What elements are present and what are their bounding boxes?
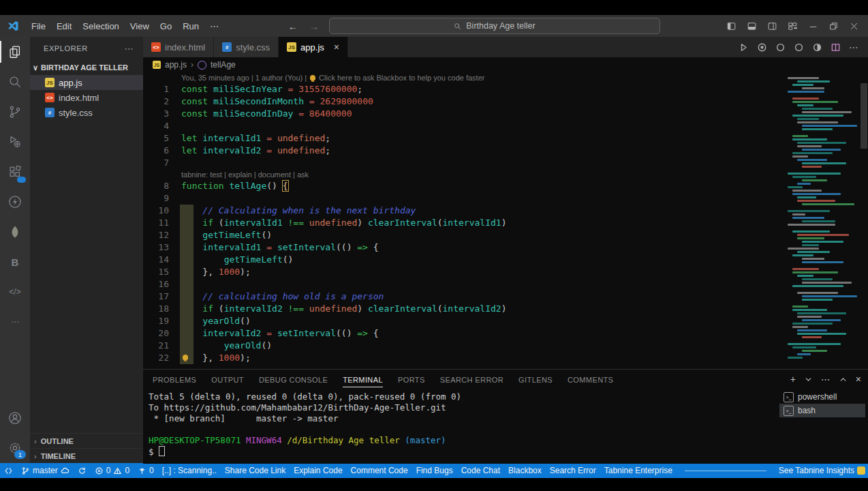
activity-tabnine[interactable] (0, 187, 30, 217)
code-text[interactable]: intervalId1 = setInterval(() => { (169, 241, 379, 254)
toggle-secondary-sidebar-icon[interactable] (763, 17, 781, 35)
record-icon[interactable] (812, 42, 822, 53)
restore-button[interactable] (824, 17, 842, 35)
maximize-panel-icon[interactable] (839, 375, 848, 384)
activity-account[interactable] (0, 403, 30, 433)
close-button[interactable] (845, 17, 863, 35)
code-text[interactable]: function tellAge() { (169, 180, 288, 192)
panel-tab-ports[interactable]: PORTS (398, 372, 425, 387)
search-error-status[interactable]: Search Error (546, 463, 600, 478)
toggle-sidebar-icon[interactable] (722, 17, 740, 35)
menu-view[interactable]: View (125, 19, 155, 33)
tab-app-js[interactable]: JSapp.js× (279, 37, 348, 57)
code-text[interactable]: intervalId2 = setInterval(() => { (169, 327, 379, 340)
section-timeline[interactable]: ›TIMELINE (30, 448, 143, 463)
run-code-button[interactable] (739, 42, 749, 53)
code-text[interactable]: getTimeLeft() (169, 229, 272, 241)
menu-go[interactable]: Go (155, 19, 177, 33)
code-text[interactable] (169, 192, 181, 205)
code-text[interactable]: const miliSecondInMonth = 2629800000 (169, 95, 373, 108)
find-bugs[interactable]: Find Bugs (412, 463, 457, 478)
menu-edit[interactable]: Edit (51, 19, 77, 33)
share-code-link[interactable]: Share Code Link (221, 463, 290, 478)
problems[interactable]: 00 (91, 463, 134, 478)
sidebar-more-icon[interactable]: ⋯ (124, 44, 134, 54)
circle-icon-2[interactable] (794, 42, 804, 53)
breadcrumb-file[interactable]: app.js (165, 60, 187, 70)
activity-extensions[interactable] (0, 157, 30, 187)
panel-tab-comments[interactable]: COMMENTS (568, 372, 613, 387)
tabnine-codelens[interactable]: tabnine: test | explain | document | ask (143, 169, 868, 180)
activity-more-views[interactable]: ⋯ (0, 307, 30, 337)
activity-settings[interactable]: 1 (0, 433, 30, 463)
circle-icon-1[interactable] (775, 42, 786, 53)
command-center-search[interactable]: Birthday Age teller (329, 18, 660, 34)
file-app-js[interactable]: JSapp.js (30, 75, 143, 90)
code-text[interactable] (169, 157, 181, 169)
close-panel-button[interactable]: × (856, 374, 861, 385)
code-text[interactable]: yearOld() (169, 315, 251, 327)
shell-powershell[interactable]: >_powershell (779, 390, 865, 404)
shell-bash[interactable]: >_bash (779, 404, 865, 417)
activity-blackbox[interactable]: B (0, 247, 30, 277)
close-tab-icon[interactable]: × (334, 42, 339, 53)
menu-more[interactable]: ⋯ (204, 19, 224, 33)
breadcrumb-symbol[interactable]: tellAge (211, 60, 236, 70)
activity-run-debug[interactable] (0, 127, 30, 157)
code-chat[interactable]: Code Chat (457, 463, 504, 478)
code-text[interactable]: if (intervalId2 !== undefined) clearInte… (169, 303, 506, 315)
code-text[interactable]: const miliSecInYear = 31557600000; (169, 83, 362, 95)
panel-tab-debug-console[interactable]: DEBUG CONSOLE (259, 372, 328, 387)
code-editor[interactable]: You, 35 minutes ago | 1 author (You) |Cl… (143, 72, 868, 369)
scanning-status[interactable]: [..] : Scanning.. (158, 463, 221, 478)
activity-explorer[interactable] (0, 37, 30, 67)
panel-tab-problems[interactable]: PROBLEMS (153, 372, 196, 387)
panel-tab-search-error[interactable]: SEARCH ERROR (440, 372, 503, 387)
explain-code[interactable]: Explain Code (290, 463, 346, 478)
comment-code[interactable]: Comment Code (347, 463, 412, 478)
tower-counter[interactable]: 0 (134, 463, 158, 478)
customize-layout-icon[interactable] (784, 17, 801, 35)
section-outline[interactable]: ›OUTLINE (30, 433, 143, 448)
activity-code-tags[interactable]: </> (0, 277, 30, 307)
activity-leaf-extension[interactable] (0, 217, 30, 247)
menu-file[interactable]: File (26, 19, 51, 33)
new-terminal-button[interactable]: + (790, 374, 796, 385)
panel-tab-gitlens[interactable]: GITLENS (518, 372, 553, 387)
terminal-prompt[interactable]: $ (149, 446, 773, 457)
code-text[interactable]: let intervalId1 = undefined; (169, 132, 330, 145)
terminal-picker-chevron-icon[interactable] (804, 375, 813, 384)
code-text[interactable]: const miliSecondInDay = 86400000 (169, 108, 352, 120)
activity-source-control[interactable] (0, 97, 30, 127)
code-text[interactable]: yearOld() (169, 340, 272, 352)
file-index-html[interactable]: <>index.html (30, 90, 143, 105)
split-editor-button[interactable] (831, 42, 841, 53)
code-text[interactable]: // calculating how old is a person (169, 291, 384, 303)
forward-arrow-icon[interactable]: → (308, 20, 321, 32)
remote-indicator[interactable] (0, 463, 17, 478)
code-text[interactable]: }, 1000); (169, 266, 251, 278)
code-text[interactable]: if (intervalId1 !== undefined) clearInte… (169, 217, 506, 229)
tabnine-enterprise[interactable]: Tabnine Enterprise (600, 463, 677, 478)
code-text[interactable]: // Calculating when is the next birthday (169, 205, 416, 217)
tab-style-css[interactable]: #style.css (214, 37, 279, 57)
gitlens-sync[interactable] (74, 463, 91, 478)
code-text[interactable]: }, 1000); (169, 352, 251, 364)
menu-selection[interactable]: Selection (77, 19, 124, 33)
menu-run[interactable]: Run (177, 19, 204, 33)
activity-search[interactable] (0, 67, 30, 97)
code-text[interactable] (169, 120, 181, 132)
tab-index-html[interactable]: <>index.html (143, 37, 214, 57)
panel-tab-output[interactable]: OUTPUT (211, 372, 244, 387)
toggle-panel-icon[interactable] (743, 17, 760, 35)
code-text[interactable] (169, 278, 181, 291)
tabnine-insights[interactable]: See Tabnine Insights (775, 463, 868, 478)
lightbulb-icon[interactable] (183, 355, 188, 360)
code-text[interactable]: let intervalId2 = undefined; (169, 145, 330, 157)
folder-row[interactable]: ∨ BIRTHDAY AGE TELLER (30, 60, 143, 75)
blackbox-eye-icon[interactable] (757, 42, 767, 53)
code-text[interactable]: getTimeLeft() (169, 254, 293, 266)
panel-tab-terminal[interactable]: TERMINAL (343, 372, 383, 387)
minimize-button[interactable] (804, 17, 822, 35)
panel-more-button[interactable]: ⋯ (821, 374, 831, 385)
